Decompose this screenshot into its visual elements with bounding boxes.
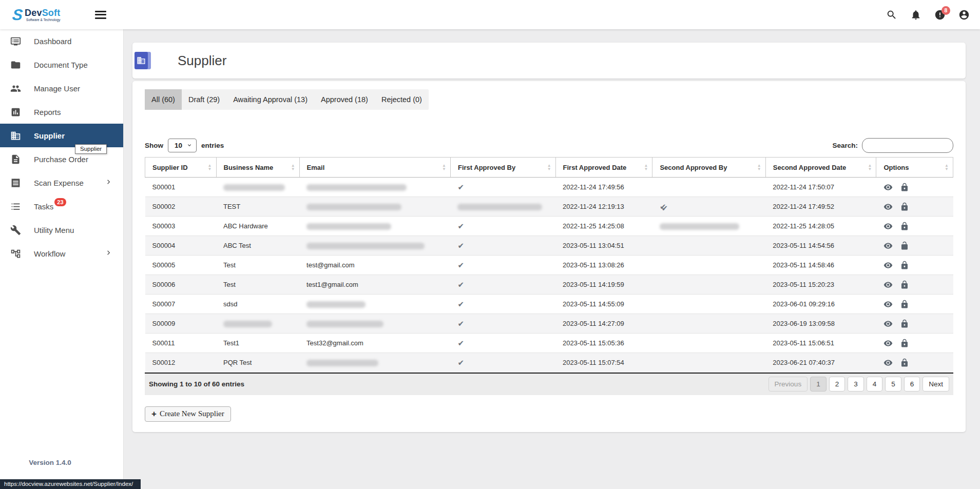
page-size-value: 10 [175,142,182,149]
lock-icon [900,202,909,211]
entries-label: entries [201,142,224,149]
cell-supplier-id: S00005 [145,256,217,275]
devsoft-logo-text: DevSoft Software & Technology [25,8,60,22]
cell-second-approved-date: 2023-05-11 15:06:51 [765,334,876,353]
view-button[interactable] [883,261,893,270]
column-header-first-approved-by[interactable]: First Approved By▲▼ [450,158,555,178]
cell-first-approved-date: 2022-11-25 14:25:08 [555,217,652,236]
cell-second-approved-date: 2023-06-21 07:40:37 [765,353,876,373]
lock-button[interactable] [900,300,909,309]
sidebar-item-manage-user[interactable]: Manage User [0,76,123,100]
unlock-button[interactable] [900,241,909,250]
lock-button[interactable] [900,222,909,231]
view-button[interactable] [883,183,893,192]
search-icon[interactable] [886,9,897,21]
view-button[interactable] [883,241,893,250]
sort-arrows-icon: ▲▼ [757,164,761,171]
tab-awaiting-approval[interactable]: Awaiting Approval (13) [226,89,314,110]
tab-draft[interactable]: Draft (29) [182,89,226,110]
search-input[interactable] [862,138,953,153]
column-header-email[interactable]: Email▲▼ [299,158,450,178]
cell-first-approved-date: 2023-05-11 13:08:26 [555,256,652,275]
view-button[interactable] [883,339,893,348]
cell-options [876,256,953,275]
column-header-supplier-id[interactable]: Supplier ID▲▼ [145,158,217,178]
view-button[interactable] [883,280,893,289]
lock-button[interactable] [900,261,909,270]
sidebar-item-label: Tasks [34,202,53,211]
redacted-value [306,360,378,366]
sidebar-item-scan-expense[interactable]: Scan Expense [0,171,123,194]
notifications-bell-icon[interactable] [910,9,921,21]
column-header-second-approved-by[interactable]: Second Approved By▲▼ [652,158,765,178]
receipt-icon [10,177,23,189]
pagination-page-3[interactable]: 3 [848,377,864,392]
redacted-value [306,204,401,210]
lock-icon [900,280,909,289]
chevron-right-icon [104,178,113,188]
tab-all[interactable]: All (60) [145,89,182,110]
pagination-page-1[interactable]: 1 [810,377,827,392]
page-size-select[interactable]: 10 [168,139,197,152]
checklist-icon [10,201,21,212]
view-button[interactable] [883,300,893,309]
lock-button[interactable] [900,280,909,289]
cell-options [876,178,953,197]
supplier-table: Supplier ID▲▼Business Name▲▼Email▲▼First… [145,157,953,373]
lock-button[interactable] [900,339,909,348]
cell-business-name [216,178,299,197]
alerts-icon[interactable]: 8 [934,9,946,21]
pagination-page-2[interactable]: 2 [829,377,846,392]
column-header-second-approved-date[interactable]: Second Approved Date▲▼ [765,158,876,178]
create-new-supplier-button[interactable]: + Create New Supplier [145,406,231,422]
lock-button[interactable] [900,358,909,367]
lock-icon [900,358,909,367]
cell-second-approved-date: 2022-11-24 17:50:07 [765,178,876,197]
cell-email [299,353,450,373]
cell-second-approved-date: 2023-05-11 14:54:56 [765,236,876,256]
chevron-down-icon [186,142,193,148]
column-header-options[interactable]: Options▲▼ [876,158,953,178]
view-button[interactable] [883,202,893,211]
sidebar-item-tasks[interactable]: Tasks23 [0,194,123,218]
sidebar-item-reports[interactable]: Reports [0,100,123,124]
menu-toggle-icon[interactable] [94,10,107,20]
check-icon: ✔ [457,319,464,328]
table-row: S00002TEST2022-11-24 12:19:13✔✔2022-11-2… [145,197,953,217]
cell-options [876,314,953,334]
pagination-page-6[interactable]: 6 [904,377,920,392]
tab-approved[interactable]: Approved (18) [314,89,375,110]
column-header-first-approved-date[interactable]: First Approved Date▲▼ [555,158,652,178]
view-button[interactable] [883,319,893,328]
sort-arrows-icon: ▲▼ [291,164,295,171]
lock-button[interactable] [900,319,909,328]
sidebar-item-document-type[interactable]: Document Type [0,53,123,76]
pagination-page-5[interactable]: 5 [885,377,901,392]
cell-first-approved-by: ✔ [450,334,555,353]
workflow-icon [10,248,21,259]
pagination-next-button[interactable]: Next [923,377,949,392]
pagination-previous-button[interactable]: Previous [768,377,808,392]
user-avatar-icon[interactable] [958,9,970,21]
pagination-page-4[interactable]: 4 [867,377,883,392]
view-button[interactable] [883,358,893,367]
lock-button[interactable] [900,202,909,211]
sidebar-item-dashboard[interactable]: Dashboard [0,29,123,53]
sidebar-item-workflow[interactable]: Workflow [0,242,123,265]
document-icon [10,154,21,165]
cell-first-approved-by: ✔ [450,314,555,334]
lock-icon [900,339,909,348]
main-content: Supplier All (60)Draft (29)Awaiting Appr… [124,29,980,489]
sidebar-item-utility-menu[interactable]: Utility Menu [0,218,123,242]
cell-supplier-id: S00001 [145,178,217,197]
lock-button[interactable] [900,183,909,192]
sort-arrows-icon: ▲▼ [547,164,551,171]
view-button[interactable] [883,222,893,231]
cell-second-approved-date: 2022-11-25 14:28:05 [765,217,876,236]
tab-rejected[interactable]: Rejected (0) [375,89,429,110]
page-header-card: Supplier [132,43,966,79]
sort-arrows-icon: ▲▼ [644,164,648,171]
devsoft-logo[interactable]: S DevSoft Software & Technology [12,7,60,23]
column-header-business-name[interactable]: Business Name▲▼ [216,158,299,178]
users-icon [10,82,23,94]
